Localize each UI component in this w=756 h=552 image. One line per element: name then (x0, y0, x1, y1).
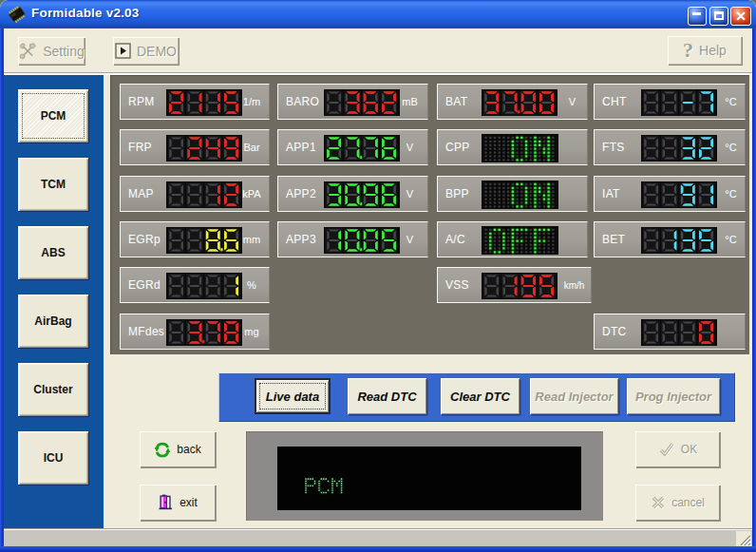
sidebar-item-tcm[interactable]: TCM (18, 158, 88, 211)
gauge-label: BPP (445, 187, 469, 200)
seven-segment-display (324, 135, 400, 162)
check-icon (658, 442, 675, 457)
gauge-unit: °C (717, 188, 745, 200)
sidebar-item-icu[interactable]: ICU (18, 431, 88, 485)
gauge-label: RPM (128, 95, 155, 108)
status-bar (4, 529, 752, 546)
close-icon: ✕ (731, 9, 750, 24)
live-data-button[interactable]: Live data (255, 378, 331, 414)
seven-segment-display (641, 227, 717, 254)
seven-segment-display (166, 273, 242, 299)
gauge-label: APP1 (286, 141, 316, 154)
seven-segment-display (166, 181, 242, 208)
gauge-app3: APP3V (277, 221, 428, 257)
title-bar[interactable]: Formidable v2.03 ✕ (0, 0, 756, 29)
gauge-unit: Bar (238, 142, 265, 153)
dot-matrix-display (482, 134, 558, 162)
exit-button[interactable]: exit (140, 485, 216, 521)
refresh-icon (154, 442, 171, 458)
sidebar-item-airbag[interactable]: AirBag (18, 295, 88, 348)
gauge-egrd: EGRd% (120, 267, 270, 303)
seven-segment-display (641, 135, 717, 162)
exit-door-icon (158, 494, 174, 511)
prog-injector-button[interactable]: Prog Injector (627, 378, 720, 414)
gauge-label: EGRd (128, 278, 161, 292)
maximize-icon (714, 11, 724, 20)
resize-grip[interactable] (736, 531, 751, 546)
setting-button[interactable]: Setting (18, 37, 85, 65)
gauge-map: MAPkPA (120, 176, 270, 212)
gauge-label: FTS (602, 141, 625, 154)
gauge-label: DTC (602, 325, 627, 338)
gauge-app1: APP1V (277, 129, 428, 165)
message-panel (246, 431, 603, 521)
seven-segment-display (166, 319, 242, 346)
gauge-cpp: CPP (437, 129, 588, 165)
action-button-label: Prog Injector (635, 390, 711, 404)
seven-segment-display (482, 273, 558, 299)
action-button-label: Read DTC (357, 390, 416, 404)
help-button-label: Help (699, 43, 727, 58)
gauge-unit: V (396, 188, 424, 200)
cancel-button[interactable]: cancel (635, 485, 720, 521)
chip-icon (8, 5, 27, 24)
seven-segment-display (166, 227, 242, 254)
seven-segment-display (641, 181, 717, 208)
dot-matrix-display (482, 226, 558, 255)
gauge-bet: BET°C (594, 221, 746, 257)
sidebar-item-label: TCM (41, 178, 66, 191)
gauge-unit: °C (717, 234, 745, 245)
back-button[interactable]: back (140, 431, 216, 467)
minimize-button[interactable] (688, 7, 707, 26)
gauge-label: IAT (602, 187, 620, 200)
gauges-panel: RPM1/mFRPBarMAPkPAEGRpmmEGRd%MFdesmgBARO… (110, 75, 749, 354)
gauge-unit: % (238, 279, 265, 291)
seven-segment-display (324, 227, 400, 254)
gauge-unit: mm (238, 234, 265, 245)
gauge-label: APP2 (286, 187, 316, 200)
window-border-left (0, 29, 4, 546)
sidebar: PCMTCMABSAirBagClusterICU (4, 75, 104, 529)
gauge-dtc: DTC (594, 314, 746, 350)
back-button-label: back (177, 443, 200, 456)
gauge-mfdes: MFdesmg (120, 314, 270, 350)
read-dtc-button[interactable]: Read DTC (348, 378, 426, 414)
setting-button-label: Setting (43, 44, 85, 59)
read-injector-button[interactable]: Read Injector (530, 378, 618, 414)
gauge-unit: V (396, 234, 424, 245)
gauge-frp: FRPBar (120, 129, 270, 165)
seven-segment-display (166, 135, 242, 162)
demo-button[interactable]: DEMO (113, 37, 179, 65)
gauge-unit: °C (717, 142, 745, 153)
gauge-label: MFdes (128, 325, 164, 338)
toolbar: Setting DEMO ? Help (4, 29, 752, 75)
ok-button[interactable]: OK (635, 431, 720, 467)
dot-matrix-display (482, 181, 558, 209)
gauge-label: APP3 (286, 233, 316, 246)
gauge-label: A/C (445, 233, 465, 246)
close-button[interactable]: ✕ (730, 7, 751, 26)
sidebar-item-pcm[interactable]: PCM (18, 89, 88, 143)
window-border-bottom (0, 546, 756, 552)
gauge-unit: V (558, 96, 587, 107)
window-title: Formidable v2.03 (31, 6, 140, 20)
question-mark-icon: ? (683, 41, 693, 60)
gauge-label: CPP (445, 141, 470, 154)
sidebar-item-cluster[interactable]: Cluster (18, 363, 88, 416)
gauge-rpm: RPM1/m (120, 84, 270, 120)
cancel-button-label: cancel (671, 496, 705, 509)
gauge-label: MAP (128, 187, 154, 200)
gauge-bat: BATV (437, 84, 588, 120)
help-button[interactable]: ? Help (668, 36, 742, 65)
ok-button-label: OK (681, 443, 697, 456)
gauge-egrp: EGRpmm (120, 221, 270, 257)
gauge-label: EGRp (128, 233, 161, 246)
gauge-unit: mg (238, 326, 265, 337)
gauge-unit: V (396, 142, 424, 153)
gauge-unit: 1/m (238, 96, 265, 107)
sidebar-item-abs[interactable]: ABS (18, 226, 88, 279)
gauge-label: CHT (602, 95, 627, 108)
action-button-label: Live data (266, 390, 319, 404)
maximize-button[interactable] (709, 7, 728, 26)
clear-dtc-button[interactable]: Clear DTC (441, 378, 520, 414)
